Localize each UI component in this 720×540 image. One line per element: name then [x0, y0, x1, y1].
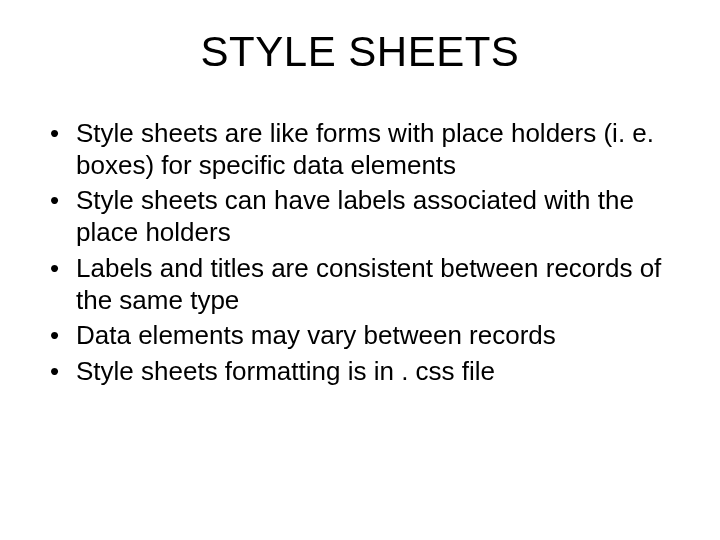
bullet-list: Style sheets are like forms with place h…: [36, 118, 684, 388]
slide: STYLE SHEETS Style sheets are like forms…: [0, 0, 720, 540]
bullet-item: Style sheets formatting is in . css file: [46, 356, 674, 388]
bullet-item: Style sheets can have labels associated …: [46, 185, 674, 248]
bullet-item: Data elements may vary between records: [46, 320, 674, 352]
bullet-item: Labels and titles are consistent between…: [46, 253, 674, 316]
slide-title: STYLE SHEETS: [36, 28, 684, 76]
bullet-item: Style sheets are like forms with place h…: [46, 118, 674, 181]
